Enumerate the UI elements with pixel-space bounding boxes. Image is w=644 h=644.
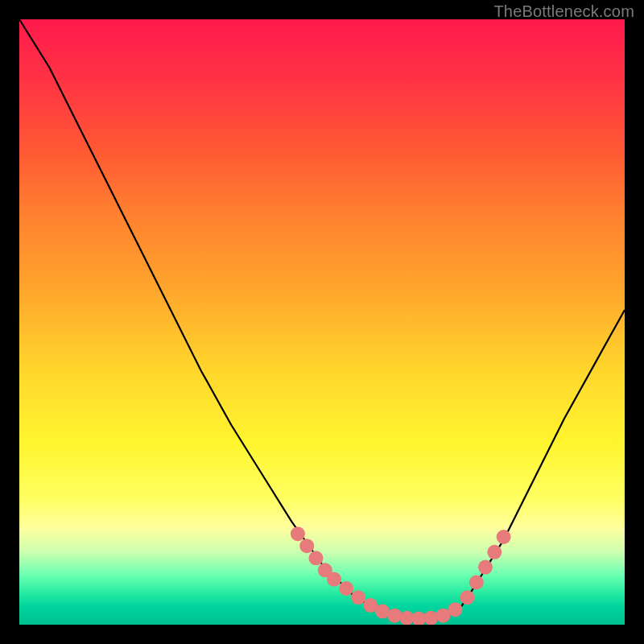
highlight-dot <box>351 590 365 605</box>
highlight-dot <box>460 590 475 605</box>
highlight-dot <box>487 545 502 559</box>
highlight-dot <box>423 611 438 625</box>
highlight-dots-group <box>291 526 511 625</box>
bottleneck-curve <box>19 19 625 621</box>
highlight-dot <box>291 526 305 541</box>
highlight-dot <box>299 539 314 553</box>
highlight-dot <box>478 560 493 575</box>
chart-stage: TheBottleneck.com <box>0 0 644 644</box>
watermark-label: TheBottleneck.com <box>493 2 634 21</box>
highlight-dot <box>497 530 511 544</box>
highlight-dot <box>309 551 324 565</box>
highlight-dot <box>339 581 353 596</box>
highlight-dot <box>387 609 402 623</box>
highlight-dot <box>448 602 462 617</box>
highlight-dot <box>327 572 341 587</box>
highlight-dot <box>469 575 484 589</box>
curve-layer <box>19 19 625 625</box>
